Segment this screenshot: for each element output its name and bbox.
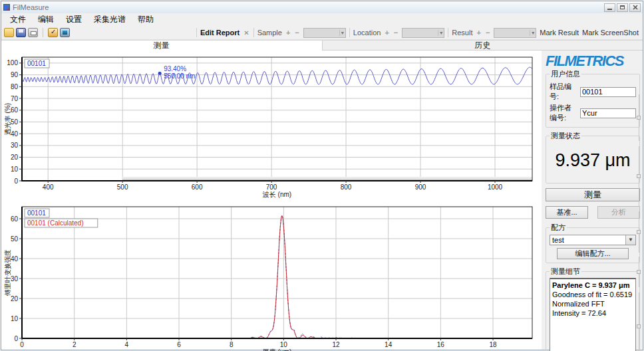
- title-bar[interactable]: FilMeasure: [1, 1, 643, 13]
- filmetrics-logo: FILMETRICS: [546, 53, 640, 69]
- menu-edit[interactable]: 编辑: [32, 13, 60, 27]
- tab-strip: 测量 历史: [1, 40, 643, 51]
- svg-text:00101: 00101: [27, 60, 46, 67]
- panel-splitter[interactable]: [637, 53, 642, 347]
- sample-label: Sample: [257, 29, 282, 37]
- svg-text:70: 70: [11, 95, 19, 102]
- svg-text:16: 16: [437, 341, 445, 348]
- svg-text:400: 400: [43, 183, 54, 191]
- svg-text:1000: 1000: [488, 183, 503, 191]
- operator-id-input[interactable]: [580, 108, 636, 118]
- menu-settings[interactable]: 设置: [60, 13, 88, 27]
- recipe-group: 配方 test ▼ 编辑配方...: [546, 223, 640, 263]
- sample-add-button[interactable]: +: [285, 29, 291, 37]
- measure-button[interactable]: 测量: [546, 188, 640, 201]
- svg-text:60: 60: [11, 215, 19, 223]
- location-add-button[interactable]: +: [384, 29, 389, 37]
- user-info-group: 用户信息 样品编号: 操作者编号:: [546, 69, 640, 128]
- svg-text:600: 600: [192, 183, 203, 191]
- svg-text:8: 8: [230, 341, 234, 348]
- svg-text:30: 30: [11, 142, 19, 149]
- save-icon[interactable]: [16, 28, 26, 37]
- app-window: FilMeasure 文件 编辑 设置 采集光谱 帮助 Edit Report: [1, 1, 643, 350]
- svg-text:20: 20: [11, 295, 19, 302]
- sample-select[interactable]: [303, 28, 346, 38]
- menu-file[interactable]: 文件: [4, 13, 32, 27]
- menu-bar: 文件 编辑 设置 采集光谱 帮助: [1, 13, 643, 26]
- location-remove-button[interactable]: −: [393, 29, 399, 37]
- svg-text:900: 900: [415, 183, 426, 191]
- result-remove-button[interactable]: −: [485, 29, 490, 37]
- svg-text:50: 50: [11, 235, 19, 243]
- detail-line: Parylene C = 9.937 μm: [552, 281, 633, 290]
- close-report-icon[interactable]: ✕: [243, 29, 249, 37]
- menu-help[interactable]: 帮助: [132, 13, 160, 27]
- minimize-icon: [607, 9, 612, 10]
- svg-text:800: 800: [341, 183, 352, 191]
- result-label: Result: [452, 29, 472, 37]
- svg-text:00101 (Calculated): 00101 (Calculated): [27, 219, 84, 227]
- svg-text:90: 90: [11, 71, 19, 78]
- fft-chart[interactable]: 0246810121416180102030405060厚度 (μm)傅里叶变换…: [4, 201, 542, 351]
- print-icon[interactable]: [28, 28, 38, 37]
- recipe-select[interactable]: test ▼: [550, 235, 636, 245]
- result-add-button[interactable]: +: [476, 29, 481, 37]
- svg-text:厚度 (μm): 厚度 (μm): [263, 348, 292, 351]
- result-select[interactable]: [494, 28, 536, 38]
- measure-status-group: 测量状态 9.937 μm: [546, 131, 640, 183]
- edit-report-button[interactable]: Edit Report: [200, 29, 240, 37]
- window-title: FilMeasure: [13, 3, 49, 11]
- svg-text:10: 10: [280, 341, 288, 348]
- svg-text:50: 50: [11, 118, 19, 126]
- detail-line: Normalized FFT Intensity = 72.64: [552, 299, 633, 318]
- svg-text:00101: 00101: [27, 209, 46, 217]
- svg-text:40: 40: [11, 130, 19, 138]
- edit-recipe-button[interactable]: 编辑配方...: [557, 248, 629, 259]
- mark-result-button[interactable]: Mark Result: [540, 29, 579, 37]
- svg-text:0: 0: [14, 335, 18, 342]
- svg-text:傅里叶变换强度: 傅里叶变换强度: [4, 249, 11, 296]
- close-icon: [633, 5, 638, 10]
- tab-history[interactable]: 历史: [323, 41, 643, 51]
- location-select[interactable]: [402, 28, 444, 38]
- svg-text:4: 4: [125, 341, 129, 348]
- acquire-spectrum-icon[interactable]: [60, 28, 70, 37]
- svg-text:18: 18: [489, 341, 497, 348]
- svg-text:40: 40: [11, 255, 19, 263]
- svg-text:500: 500: [117, 183, 128, 191]
- minimize-button[interactable]: [604, 3, 615, 12]
- toolbar: Edit Report ✕ Sample + − Location + − Re…: [1, 26, 643, 40]
- svg-text:2: 2: [73, 341, 77, 348]
- open-file-icon[interactable]: [4, 28, 14, 37]
- svg-text:0: 0: [20, 341, 24, 348]
- analyze-button[interactable]: 分析: [597, 206, 640, 219]
- svg-text:700: 700: [266, 183, 277, 191]
- svg-text:透光率 (%): 透光率 (%): [4, 103, 11, 135]
- options-icon[interactable]: [48, 28, 58, 37]
- detail-line: Goodness of fit = 0.6519: [552, 290, 633, 299]
- baseline-button[interactable]: 基准...: [546, 206, 588, 219]
- svg-text:80: 80: [11, 83, 19, 90]
- measure-details-title: 测量细节: [550, 267, 581, 277]
- menu-acquire-spectrum[interactable]: 采集光谱: [88, 13, 132, 27]
- svg-text:6: 6: [177, 341, 181, 348]
- location-label: Location: [353, 29, 381, 37]
- svg-text:93.40%: 93.40%: [164, 65, 186, 72]
- mark-screenshot-button[interactable]: Mark ScreenShot: [582, 29, 639, 37]
- transmission-chart[interactable]: 4005006007008009001000010203040506070809…: [4, 52, 542, 201]
- svg-text:12: 12: [332, 341, 340, 348]
- measure-details-list[interactable]: Parylene C = 9.937 μm Goodness of fit = …: [550, 278, 636, 351]
- restore-icon: [620, 5, 625, 9]
- sample-remove-button[interactable]: −: [294, 29, 299, 37]
- tab-measure[interactable]: 测量: [1, 41, 323, 51]
- recipe-title: 配方: [550, 223, 567, 233]
- svg-text:20: 20: [11, 154, 19, 161]
- restore-button[interactable]: [617, 3, 628, 12]
- operator-id-label: 操作者编号:: [550, 103, 578, 123]
- svg-text:550.00 nm: 550.00 nm: [164, 72, 195, 80]
- chevron-down-icon[interactable]: ▼: [625, 235, 635, 245]
- svg-text:10: 10: [11, 166, 19, 173]
- sample-id-input[interactable]: [580, 87, 636, 97]
- close-button[interactable]: [629, 3, 641, 12]
- user-info-title: 用户信息: [550, 69, 581, 79]
